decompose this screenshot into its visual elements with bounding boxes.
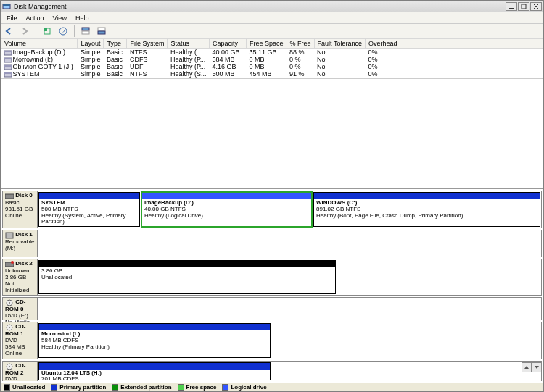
col-layout[interactable]: Layout [78, 39, 104, 49]
col-overhead[interactable]: Overhead [365, 39, 543, 49]
table-row[interactable]: SYSTEMSimpleBasicNTFSHealthy (S...500 MB… [1, 70, 543, 78]
volume-icon [4, 50, 12, 56]
empty-upper-area [1, 79, 543, 188]
col-filesystem[interactable]: File System [127, 39, 168, 49]
table-header-row: Volume Layout Type File System Status Ca… [1, 39, 543, 49]
table-row[interactable]: ImageBackup (D:)SimpleBasicNTFSHealthy (… [1, 49, 543, 57]
partition-stripe [314, 193, 540, 199]
partition-ubuntu[interactable]: Ubuntu 12.04 LTS (H:) 701 MB CDFS Health… [38, 362, 271, 380]
legend-logical: Logical drive [231, 384, 266, 391]
view-top-button[interactable] [79, 25, 92, 38]
partition-unallocated[interactable]: 3.86 GB Unallocated [38, 260, 336, 294]
disk-label-cdrom1[interactable]: CD-ROM 1 DVD 584 MB Online [3, 322, 38, 358]
svg-rect-8 [82, 28, 89, 30]
col-status[interactable]: Status [168, 39, 210, 49]
part-info: Healthy (System, Active, Primary Partiti… [41, 212, 125, 225]
part-info: Unallocated [41, 274, 72, 280]
col-type[interactable]: Type [104, 39, 127, 49]
legend-swatch-extended [112, 384, 118, 391]
svg-rect-10 [98, 28, 105, 30]
svg-text:?: ? [62, 28, 65, 35]
disk-type: Removable (M:) [5, 238, 34, 251]
toolbar: ? [1, 24, 543, 38]
partition-stripe [39, 193, 139, 199]
volume-table[interactable]: Volume Layout Type File System Status Ca… [1, 38, 543, 79]
disk-label-disk1[interactable]: Disk 1 Removable (M:) No Media [3, 230, 38, 257]
title-bar: Disk Management [1, 1, 543, 12]
disk-name: Disk 0 [15, 192, 33, 199]
scroll-up-button[interactable] [522, 362, 532, 372]
partition-morrowind[interactable]: Morrowind (I:) 584 MB CDFS Healthy (Prim… [38, 323, 271, 357]
svg-point-33 [9, 366, 10, 367]
graphical-view: Disk 0 Basic 931.51 GB Online SYSTEM 500… [1, 188, 543, 383]
col-freespace[interactable]: Free Space [247, 39, 287, 49]
toolbar-separator [74, 25, 75, 37]
menu-help[interactable]: Help [71, 14, 94, 22]
scroll-down-button[interactable] [532, 362, 542, 372]
close-button[interactable] [530, 2, 542, 11]
help-button[interactable]: ? [57, 25, 70, 38]
disk-row-disk2: Disk 2 Unknown 3.86 GB Not Initialized 3… [2, 259, 542, 296]
part-title: SYSTEM [41, 199, 65, 206]
svg-rect-15 [4, 58, 12, 59]
legend-bar: Unallocated Primary partition Extended p… [1, 383, 543, 391]
disk-label-cdrom0[interactable]: CD-ROM 0 DVD (E:) No Media [3, 298, 38, 320]
disk-label-cdrom2[interactable]: CD-ROM 2 DVD 701 MB [3, 362, 38, 381]
view-bottom-button[interactable] [95, 25, 108, 38]
svg-rect-24 [5, 194, 14, 199]
disk-management-window: Disk Management File Action View Help ? … [0, 0, 544, 392]
svg-rect-19 [4, 72, 12, 74]
partition-stripe [39, 261, 335, 267]
svg-point-29 [9, 302, 10, 304]
svg-rect-1 [3, 4, 10, 6]
forward-button[interactable] [18, 25, 31, 38]
scroll-buttons [522, 362, 542, 372]
window-buttons [506, 2, 542, 11]
disk-status: Online [5, 350, 22, 356]
part-title: Morrowind (I:) [41, 330, 80, 337]
disk-name: Disk 1 [15, 231, 33, 238]
partition-imagebackup[interactable]: ImageBackup (D:) 40.00 GB NTFS Healthy (… [141, 192, 312, 227]
disk-type: DVD [5, 375, 17, 382]
disk-status: Online [5, 212, 22, 219]
volume-icon [4, 72, 12, 78]
maximize-button[interactable] [518, 2, 529, 11]
table-row[interactable]: Morrowind (I:)SimpleBasicCDFSHealthy (P.… [1, 56, 543, 63]
col-percent-free[interactable]: % Free [287, 39, 314, 49]
partition-stripe [142, 193, 311, 199]
disk-label-disk2[interactable]: Disk 2 Unknown 3.86 GB Not Initialized [3, 259, 38, 295]
disk-management-icon [2, 2, 11, 11]
toolbar-separator [36, 25, 36, 37]
disk2-partitions: 3.86 GB Unallocated [38, 259, 541, 295]
partition-windows[interactable]: WINDOWS (C:) 891.02 GB NTFS Healthy (Boo… [313, 192, 540, 227]
legend-free: Free space [186, 384, 217, 391]
menu-view[interactable]: View [49, 14, 71, 22]
part-sub: 500 MB NTFS [41, 206, 78, 212]
col-fault-tolerance[interactable]: Fault Tolerance [314, 39, 365, 49]
minimize-button[interactable] [506, 2, 517, 11]
partition-system[interactable]: SYSTEM 500 MB NTFS Healthy (System, Acti… [38, 192, 140, 227]
refresh-button[interactable] [41, 25, 54, 38]
part-title: ImageBackup (D:) [144, 199, 194, 206]
col-volume[interactable]: Volume [1, 39, 78, 49]
disk-type: Basic [5, 199, 20, 206]
part-sub: 3.86 GB [41, 267, 62, 274]
disk-label-disk0[interactable]: Disk 0 Basic 931.51 GB Online [3, 191, 38, 228]
part-sub: 891.02 GB NTFS [316, 206, 360, 212]
part-title: WINDOWS (C:) [316, 199, 357, 206]
window-title: Disk Management [14, 3, 506, 10]
disk-name: Disk 2 [15, 260, 33, 267]
svg-rect-11 [98, 31, 105, 34]
menu-file[interactable]: File [2, 14, 22, 22]
back-button[interactable] [2, 25, 15, 38]
disk-status: Not Initialized [5, 280, 29, 293]
col-capacity[interactable]: Capacity [209, 39, 246, 49]
table-row[interactable]: Oblivion GOTY 1 (J:)SimpleBasicUDFHealth… [1, 63, 543, 70]
svg-point-31 [9, 327, 10, 328]
menu-bar: File Action View Help [1, 12, 543, 24]
menu-action[interactable]: Action [22, 14, 49, 22]
disk-size: 931.51 GB [5, 206, 33, 212]
part-info: Healthy (Boot, Page File, Crash Dump, Pr… [316, 212, 463, 219]
volume-icon [4, 57, 12, 63]
disk-row-disk0: Disk 0 Basic 931.51 GB Online SYSTEM 500… [2, 191, 542, 228]
